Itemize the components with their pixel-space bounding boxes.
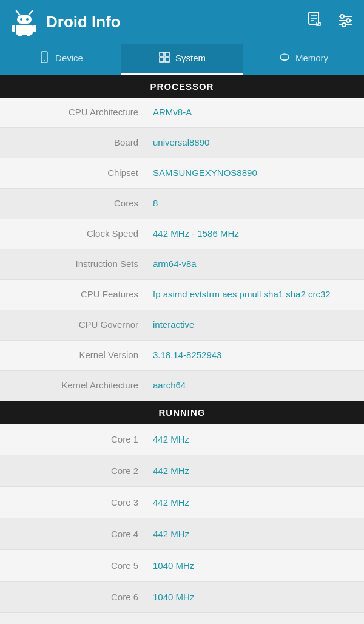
tab-system[interactable]: System xyxy=(121,44,243,75)
running-cores-table: Core 1 442 MHz Core 2 442 MHz Core 3 442… xyxy=(0,424,364,613)
core-4-label: Core 4 xyxy=(0,520,146,548)
core-2-row: Core 2 442 MHz xyxy=(0,455,364,487)
clock-speed-value: 442 MHz - 1586 MHz xyxy=(146,219,364,248)
memory-tab-icon xyxy=(278,51,291,65)
header-actions xyxy=(306,11,354,33)
instruction-sets-value: arm64-v8a xyxy=(146,249,364,278)
core-4-row: Core 4 442 MHz xyxy=(0,518,364,550)
system-tab-icon xyxy=(158,51,170,65)
svg-rect-7 xyxy=(33,25,36,32)
chipset-label: Chipset xyxy=(0,158,146,187)
svg-rect-25 xyxy=(160,58,164,62)
info-row-instruction-sets: Instruction Sets arm64-v8a xyxy=(0,249,364,280)
svg-point-4 xyxy=(26,18,29,21)
app-title: Droid Info xyxy=(46,13,121,32)
core-3-value: 442 MHz xyxy=(146,489,197,516)
settings-icon[interactable] xyxy=(336,12,354,32)
report-icon[interactable] xyxy=(306,11,324,33)
info-row-cpu-governor: CPU Governor interactive xyxy=(0,310,364,341)
svg-rect-8 xyxy=(18,35,22,36)
svg-point-16 xyxy=(340,15,344,18)
svg-line-0 xyxy=(16,11,19,15)
svg-rect-26 xyxy=(165,58,169,62)
core-1-value: 442 MHz xyxy=(146,426,197,453)
cpu-features-label: CPU Features xyxy=(0,280,146,308)
svg-rect-6 xyxy=(12,25,15,32)
core-6-value: 1040 MHz xyxy=(146,583,201,611)
cpu-features-value: fp asimd evtstrm aes pmull sha1 sha2 crc… xyxy=(146,280,364,308)
tab-memory-label: Memory xyxy=(295,53,328,63)
core-3-label: Core 3 xyxy=(0,489,146,516)
core-5-row: Core 5 1040 MHz xyxy=(0,550,364,582)
processor-section-header: PROCESSOR xyxy=(0,75,364,98)
instruction-sets-label: Instruction Sets xyxy=(0,249,146,278)
core-2-label: Core 2 xyxy=(0,457,146,484)
clock-speed-label: Clock Speed xyxy=(0,219,146,248)
kernel-arch-value: aarch64 xyxy=(146,371,364,399)
svg-rect-2 xyxy=(17,15,32,24)
core-6-label: Core 6 xyxy=(0,583,146,611)
cpu-arch-label: CPU Architecture xyxy=(0,98,146,126)
kernel-arch-label: Kernel Architecture xyxy=(0,371,146,399)
info-row-cpu-features: CPU Features fp asimd evtstrm aes pmull … xyxy=(0,280,364,310)
core-2-value: 442 MHz xyxy=(146,457,197,484)
board-value: universal8890 xyxy=(146,128,364,157)
tab-bar: Device System Memory xyxy=(0,44,364,75)
info-row-cores: Cores 8 xyxy=(0,189,364,219)
kernel-version-label: Kernel Version xyxy=(0,341,146,369)
core-5-label: Core 5 xyxy=(0,552,146,579)
tab-system-label: System xyxy=(175,53,206,63)
android-robot-icon xyxy=(10,7,39,36)
core-4-value: 442 MHz xyxy=(146,520,197,548)
tab-device-label: Device xyxy=(55,53,83,63)
device-tab-icon xyxy=(38,51,50,65)
svg-point-20 xyxy=(342,23,346,27)
info-row-kernel-arch: Kernel Architecture aarch64 xyxy=(0,371,364,401)
cores-value: 8 xyxy=(146,189,364,217)
core-1-row: Core 1 442 MHz xyxy=(0,424,364,455)
svg-rect-9 xyxy=(27,35,30,36)
svg-point-3 xyxy=(20,18,22,21)
core-3-row: Core 3 442 MHz xyxy=(0,487,364,518)
app-header: Droid Info xyxy=(0,0,364,44)
svg-rect-23 xyxy=(160,52,164,56)
header-left: Droid Info xyxy=(10,7,121,36)
tab-memory[interactable]: Memory xyxy=(243,44,364,75)
core-6-row: Core 6 1040 MHz xyxy=(0,582,364,613)
cpu-governor-value: interactive xyxy=(146,310,364,339)
processor-info-table: CPU Architecture ARMv8-A Board universal… xyxy=(0,98,364,401)
tab-device[interactable]: Device xyxy=(0,44,121,75)
svg-line-1 xyxy=(29,11,32,15)
cpu-governor-label: CPU Governor xyxy=(0,310,146,339)
svg-rect-24 xyxy=(165,52,169,56)
info-row-kernel-version: Kernel Version 3.18.14-8252943 xyxy=(0,341,364,371)
core-1-label: Core 1 xyxy=(0,426,146,453)
cpu-arch-value: ARMv8-A xyxy=(146,98,364,126)
running-section-header: RUNNING xyxy=(0,401,364,424)
svg-point-22 xyxy=(44,60,45,61)
chipset-value: SAMSUNGEXYNOS8890 xyxy=(146,158,364,187)
info-row-board: Board universal8890 xyxy=(0,128,364,158)
info-row-cpu-arch: CPU Architecture ARMv8-A xyxy=(0,98,364,128)
core-5-value: 1040 MHz xyxy=(146,552,201,579)
info-row-chipset: Chipset SAMSUNGEXYNOS8890 xyxy=(0,158,364,189)
svg-point-18 xyxy=(346,19,350,22)
kernel-version-value: 3.18.14-8252943 xyxy=(146,341,364,369)
board-label: Board xyxy=(0,128,146,157)
svg-rect-5 xyxy=(16,25,33,35)
cores-label: Cores xyxy=(0,189,146,217)
info-row-clock-speed: Clock Speed 442 MHz - 1586 MHz xyxy=(0,219,364,249)
